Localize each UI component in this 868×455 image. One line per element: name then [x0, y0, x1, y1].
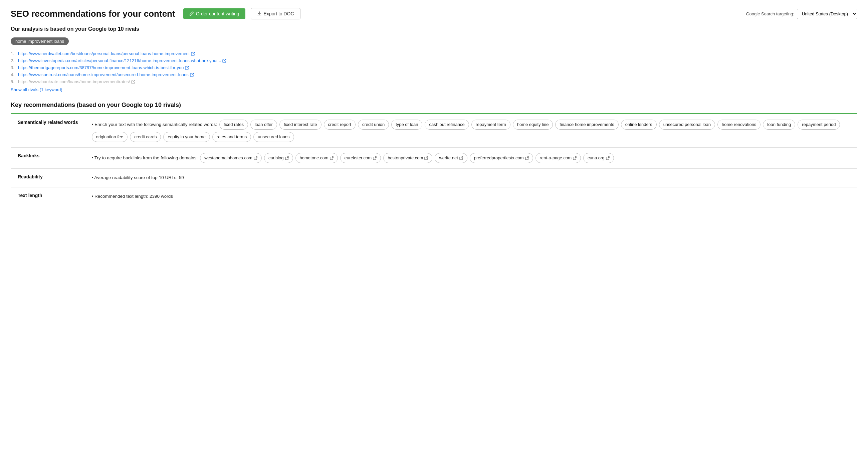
rival-num: 5. — [11, 79, 17, 84]
external-link-icon — [131, 80, 135, 84]
backlink-domain-tag[interactable]: bostonprivate.com — [383, 153, 432, 163]
targeting-section: Google Search targeting: United States (… — [746, 9, 857, 19]
backlink-domain-tag[interactable]: cuna.org — [583, 153, 614, 163]
rec-content: • Enrich your text with the following se… — [85, 114, 857, 148]
rival-item: 4. https://www.suntrust.com/loans/home-i… — [11, 72, 857, 77]
backlink-domain-tag[interactable]: eurekster.com — [340, 153, 381, 163]
order-content-writing-button[interactable]: Order content writing — [183, 8, 245, 19]
related-word-tag: credit union — [358, 120, 389, 130]
rec-row: Text length• Recommended text length: 23… — [11, 188, 857, 206]
rival-url: https://www.nerdwallet.com/best/loans/pe… — [18, 51, 190, 56]
external-link-icon — [185, 66, 189, 70]
related-word-tag: cash out refinance — [425, 120, 469, 130]
rival-item: 1. https://www.nerdwallet.com/best/loans… — [11, 51, 857, 56]
backlink-domain-tag[interactable]: rent-a-page.com — [535, 153, 581, 163]
rec-content: • Recommended text length: 2390 words — [85, 188, 857, 206]
show-all-rivals-link[interactable]: Show all rivals (1 keyword) — [11, 87, 62, 92]
rec-label: Semantically related words — [11, 114, 85, 148]
related-word-tag: origination fee — [92, 132, 128, 142]
rec-intro: • Try to acquire backlinks from the foll… — [92, 154, 198, 162]
backlink-domain-tag[interactable]: westandmainhomes.com — [200, 153, 262, 163]
rec-text: • Recommended text length: 2390 words — [92, 193, 850, 200]
rec-text: • Average readability score of top 10 UR… — [92, 174, 850, 182]
analysis-subtitle: Our analysis is based on your Google top… — [11, 26, 857, 32]
rival-item: 2. https://www.investopedia.com/articles… — [11, 58, 857, 63]
backlink-domain-tag[interactable]: werite.net — [435, 153, 467, 163]
external-link-icon — [606, 157, 610, 160]
rival-url: https://themortgagereports.com/38797/hom… — [18, 65, 184, 70]
rival-item: 5. https://www.bankrate.com/loans/home-i… — [11, 79, 857, 84]
external-link-icon — [525, 157, 529, 160]
rec-label: Backlinks — [11, 148, 85, 169]
related-word-tag: rates and terms — [212, 132, 251, 142]
external-link-icon — [330, 157, 334, 160]
related-word-tag: unsecured personal loan — [659, 120, 715, 130]
rival-url: https://www.suntrust.com/loans/home-impr… — [18, 72, 189, 77]
external-link-icon — [190, 73, 194, 77]
rec-content: • Average readability score of top 10 UR… — [85, 169, 857, 188]
related-word-tag: fixed interest rate — [279, 120, 321, 130]
related-word-tag: fixed rates — [219, 120, 248, 130]
external-link-icon — [191, 52, 195, 56]
rec-label: Text length — [11, 188, 85, 206]
related-word-tag: finance home improvements — [555, 120, 618, 130]
edit-icon — [189, 11, 194, 16]
rival-num: 1. — [11, 51, 17, 56]
rec-intro: • Enrich your text with the following se… — [92, 121, 217, 129]
backlink-domain-tag[interactable]: hometone.com — [296, 153, 338, 163]
external-link-icon — [373, 157, 377, 160]
backlink-domain-tag[interactable]: preferredpropertiestx.com — [470, 153, 533, 163]
rival-url: https://www.bankrate.com/loans/home-impr… — [18, 79, 130, 84]
rec-row: Semantically related words• Enrich your … — [11, 114, 857, 148]
rec-content: • Try to acquire backlinks from the foll… — [85, 148, 857, 169]
rec-combined: • Try to acquire backlinks from the foll… — [92, 153, 850, 163]
related-word-tag: home equity line — [513, 120, 553, 130]
related-word-tag: credit cards — [130, 132, 161, 142]
recommendations-table: Semantically related words• Enrich your … — [11, 113, 857, 206]
backlink-domain-tag[interactable]: car.blog — [264, 153, 293, 163]
targeting-label: Google Search targeting: — [746, 11, 794, 17]
rival-num: 4. — [11, 72, 17, 77]
rival-num: 3. — [11, 65, 17, 70]
external-link-icon — [459, 157, 463, 160]
related-word-tag: repayment term — [471, 120, 510, 130]
related-word-tag: home renovations — [717, 120, 761, 130]
rec-row: Readability• Average readability score o… — [11, 169, 857, 188]
related-word-tag: repayment period — [798, 120, 840, 130]
rivals-list: 1. https://www.nerdwallet.com/best/loans… — [11, 51, 857, 84]
rec-label: Readability — [11, 169, 85, 188]
rival-url: https://www.investopedia.com/articles/pe… — [18, 58, 221, 63]
external-link-icon — [254, 157, 257, 160]
page-title: SEO recommendations for your content — [11, 9, 175, 19]
recommendations-section-title: Key recommendations (based on your Googl… — [11, 102, 857, 109]
external-link-icon — [424, 157, 428, 160]
external-link-icon — [285, 157, 289, 160]
rival-item: 3. https://themortgagereports.com/38797/… — [11, 65, 857, 70]
related-word-tag: equity in your home — [163, 132, 210, 142]
targeting-select[interactable]: United States (Desktop) — [797, 9, 857, 19]
rec-combined: • Enrich your text with the following se… — [92, 120, 850, 142]
external-link-icon — [222, 59, 226, 63]
related-word-tag: loan offer — [250, 120, 277, 130]
header: SEO recommendations for your content Ord… — [11, 8, 857, 19]
rival-num: 2. — [11, 58, 17, 63]
related-word-tag: credit report — [324, 120, 355, 130]
rec-row: Backlinks• Try to acquire backlinks from… — [11, 148, 857, 169]
related-word-tag: loan funding — [763, 120, 795, 130]
external-link-icon — [573, 157, 577, 160]
export-icon — [257, 11, 262, 16]
keyword-tag: home improvement loans — [11, 37, 69, 45]
related-word-tag: online lenders — [621, 120, 657, 130]
related-word-tag: type of loan — [391, 120, 422, 130]
related-word-tag: unsecured loans — [253, 132, 294, 142]
export-to-doc-button[interactable]: Export to DOC — [251, 8, 301, 19]
